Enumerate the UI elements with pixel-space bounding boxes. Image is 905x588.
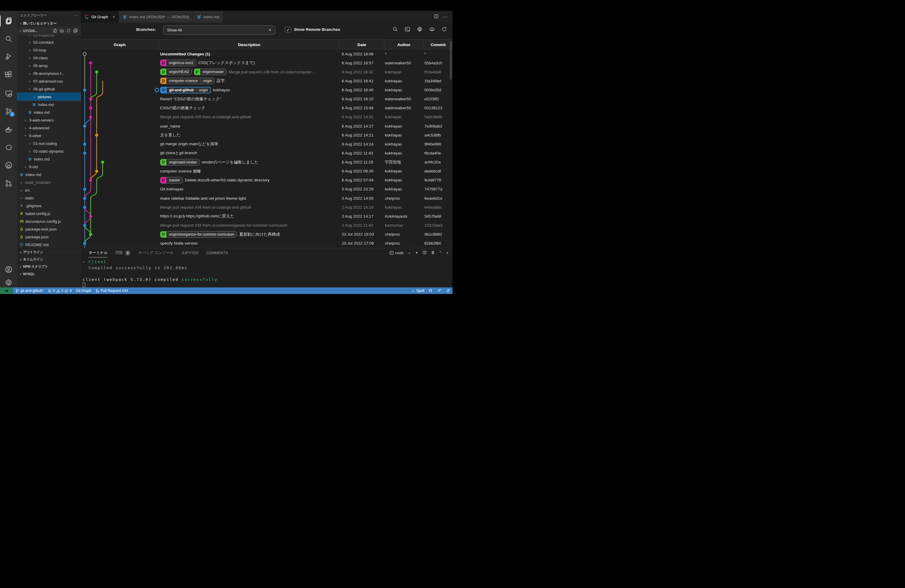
new-file-icon[interactable] xyxy=(53,29,57,33)
section-タイムライン[interactable]: ›タイムライン xyxy=(17,256,81,263)
section-アウトライン[interactable]: ›アウトライン xyxy=(17,248,81,256)
remote-indicator[interactable] xyxy=(0,288,13,294)
tree-folder-pictures[interactable]: ›pictures xyxy=(17,93,81,100)
github-icon[interactable] xyxy=(0,158,17,172)
commit-row-640eabbc[interactable]: Merge pull request #34 from ut-code/git-… xyxy=(81,203,452,212)
feedback-status-item[interactable] xyxy=(435,288,444,294)
remote-explorer-icon[interactable] xyxy=(0,86,17,100)
commit-row-4b1c6862[interactable]: origin/reorganize-for-summer-curriculum … xyxy=(81,230,452,239)
pull-request-status-item[interactable]: Pull Request #34 xyxy=(94,288,130,294)
notifications-status-item[interactable] xyxy=(444,288,452,294)
terminal-output[interactable]: ✓ Client Compiled successfully in 202.08… xyxy=(83,259,218,288)
tree-folder-4-advanced[interactable]: ›4-advanced xyxy=(17,124,81,132)
commit-row-dadebcdf[interactable]: computer science 俯瞰 6 Aug 2022 08:30 kok… xyxy=(81,167,452,176)
panel-tab-ターミナル[interactable]: ターミナル xyxy=(89,248,108,257)
tree-folder-06-anonymous-f-[interactable]: ›06-anonymous-f... xyxy=(17,70,81,77)
column-header-graph[interactable]: Graph xyxy=(81,40,159,50)
spell-status-item[interactable]: Spell xyxy=(409,288,427,294)
docker-icon[interactable] xyxy=(0,122,17,137)
kill-terminal-icon[interactable] xyxy=(431,250,435,256)
branch-label-origin/add-render[interactable]: origin/add-render xyxy=(160,159,200,165)
extensions-icon[interactable] xyxy=(0,68,17,82)
branch-label-origin/reorganize-for-summer-curriculum[interactable]: origin/reorganize-for-summer-curriculum xyxy=(160,231,237,238)
collapse-all-icon[interactable] xyxy=(73,29,78,33)
commit-row-5457fa48[interactable]: https://.co.jpをhttps://github.comに変えた 2 … xyxy=(81,212,452,221)
show-remote-branches-checkbox[interactable]: ✓ xyxy=(285,27,291,33)
refresh-icon[interactable] xyxy=(441,26,447,33)
search-icon[interactable] xyxy=(392,26,398,33)
panel-tab-問題[interactable]: 問題8 xyxy=(116,248,130,257)
commit-row-9f40e996[interactable]: git merge origin mainなどを加筆 6 Aug 2022 14… xyxy=(81,140,452,148)
column-header-date[interactable]: Date xyxy=(340,40,384,50)
branches-dropdown[interactable]: Show All ▼ xyxy=(163,25,275,35)
shell-selector[interactable]: node xyxy=(389,251,404,255)
explorer-icon[interactable] xyxy=(0,14,17,28)
tree-file-index-md[interactable]: index.md xyxy=(17,155,81,163)
tree-folder-node-modules[interactable]: ›node_modules xyxy=(17,178,81,186)
tree-file-index-md[interactable]: index.md xyxy=(17,100,81,108)
workspace-root-row[interactable]: › UTCOD... xyxy=(17,27,81,35)
column-header-commit[interactable]: Commit xyxy=(424,40,452,50)
tree-file-index-md[interactable]: index.md xyxy=(17,171,81,178)
tab-git-graph[interactable]: Git Graph× xyxy=(81,11,119,23)
commit-row-a4c538fb[interactable]: 文を直した 6 Aug 2022 14:21 kokhayas a4c538fb xyxy=(81,130,452,140)
section-MYSQL[interactable]: ›MYSQL xyxy=(17,270,81,277)
tree-folder-static[interactable]: ›static xyxy=(17,194,81,202)
tree-file-readme-md[interactable]: ⓘREADME.md xyxy=(17,241,81,248)
tree-folder-02-static-dynamic[interactable]: ›02-static-dynamic xyxy=(17,147,81,155)
commit-row-5a0c9b4b[interactable]: Merge pull request #35 from ut-code/git-… xyxy=(81,113,452,122)
run-debug-icon[interactable] xyxy=(0,49,17,64)
commit-row-f03a4da6[interactable]: origin/HEAD origin/master Merge pull req… xyxy=(81,67,452,76)
tree-folder-src[interactable]: ›src xyxy=(17,186,81,194)
search-icon[interactable] xyxy=(0,32,17,46)
tree-folder-3-web-servers[interactable]: ›3-web-servers xyxy=(17,116,81,124)
more-actions-icon[interactable]: ⋯ xyxy=(443,14,448,20)
fetch-icon[interactable] xyxy=(429,26,435,33)
tab-index-md[interactable]: index.md xyxy=(193,11,223,23)
commit-row-10223ae3[interactable]: Merge pull request #33 from ut-code/reor… xyxy=(81,221,452,230)
maximize-panel-icon[interactable]: ⌃ xyxy=(439,251,442,255)
split-editor-icon[interactable] xyxy=(433,14,439,20)
new-folder-icon[interactable] xyxy=(60,29,64,33)
tree-folder-03-loop[interactable]: ›03-loop xyxy=(17,46,81,54)
tree-file-babel-config-js[interactable]: Bbabel.config.js xyxy=(17,210,81,217)
tree-file-package-lock-json[interactable]: {}package-lock.json xyxy=(17,225,81,233)
commit-row-1fa348bd[interactable]: computer-science origin誤字 6 Aug 2022 16:… xyxy=(81,76,452,85)
problems-status-item[interactable]: 0 0 8 xyxy=(46,288,74,294)
commit-row-62bb3fb0[interactable]: specify Node version 23 Jul 2022 17:09 c… xyxy=(81,239,452,248)
tree-folder-8-other[interactable]: ›8-other xyxy=(17,132,81,140)
table-scrollbar[interactable] xyxy=(450,41,452,79)
panel-tab-JUPYTER[interactable]: JUPYTER xyxy=(181,248,198,257)
tree-file-docusaurus-config-js[interactable]: JSdocusaurus.config.js xyxy=(17,217,81,225)
close-panel-icon[interactable]: × xyxy=(446,251,448,255)
panel-tab-COMMENTS[interactable]: COMMENTS xyxy=(206,248,228,257)
column-header-description[interactable]: Description xyxy=(159,40,340,50)
terminal-icon[interactable] xyxy=(405,26,410,33)
commit-row-55b4a3c0[interactable]: origin/css-test1 CSS(フレックスボックスまで) 6 Aug … xyxy=(81,58,452,67)
live-share-icon[interactable] xyxy=(0,140,17,154)
tree-folder-01-not-coding[interactable]: ›01-not-coding xyxy=(17,140,81,147)
account-icon[interactable] xyxy=(0,262,17,277)
commit-row-fe3d8778[interactable]: master Delete docs/8-other/02-static-dyn… xyxy=(81,176,452,185)
commit-row-03138123[interactable]: CSSの節の画像チェック 6 Aug 2022 15:48 waterwalke… xyxy=(81,103,452,113)
tab-index-md-003fe35d-003fe35d-[interactable]: index.md (003fe35d^ ↔ 003fe35d) xyxy=(119,11,193,23)
tree-folder-08-git-github[interactable]: ›08-git-github xyxy=(17,85,81,93)
tree-folder-04-class[interactable]: ›04-class xyxy=(17,54,81,62)
refresh-icon[interactable] xyxy=(67,29,71,33)
branch-status-item[interactable]: git-and-github* xyxy=(13,288,46,294)
commit-row-acf4c20a[interactable]: origin/add-render renderのページを編集しました 6 Au… xyxy=(81,158,452,167)
branch-label-origin/master[interactable]: origin/master xyxy=(194,68,227,75)
commit-row-e51f3ff2[interactable]: Revert "CSSの節の画像チェック" 6 Aug 2022 16:10 w… xyxy=(81,95,452,103)
tree-folder-02-constant[interactable]: ›02-constant xyxy=(17,38,81,46)
branch-label-master[interactable]: master xyxy=(160,177,183,184)
branch-label-computer-science[interactable]: computer-science origin xyxy=(160,78,214,84)
close-icon[interactable]: × xyxy=(113,15,115,19)
explorer-more-icon[interactable]: ⋯ xyxy=(74,13,78,17)
column-header-author[interactable]: Author xyxy=(384,40,424,50)
tree-folder-01-inspector[interactable]: ›01-inspector xyxy=(17,35,81,38)
chevron-down-icon[interactable]: ▼ xyxy=(415,251,418,254)
commit-row-7e306ab2[interactable]: user_name 6 Aug 2022 14:27 kokhayas 7e30… xyxy=(81,122,452,130)
branch-label-origin/css-test1[interactable]: origin/css-test1 xyxy=(160,60,196,66)
panel-tab-デバッグ コンソール[interactable]: デバッグ コンソール xyxy=(138,248,173,257)
commit-row-7475677a[interactable]: Git kokhayas 5 Aug 2022 23:29 kokhayas 7… xyxy=(81,185,452,194)
